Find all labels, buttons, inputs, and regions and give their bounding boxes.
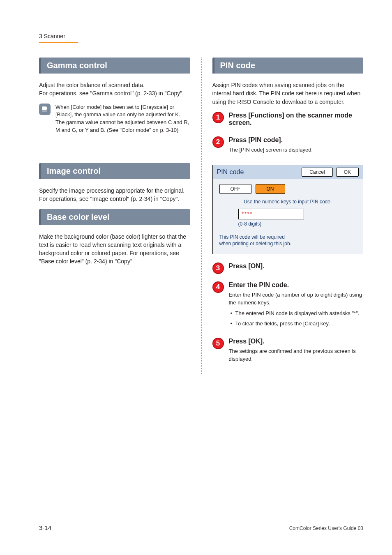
step-1-title: Press [Functions] on the scanner mode sc… (229, 112, 364, 127)
step-4-title: Enter the PIN code. (229, 281, 364, 289)
section-image-title: Image control (39, 163, 190, 179)
image-body: Specify the image processing appropriate… (39, 187, 190, 203)
step-5-desc: The settings are confirmed and the previ… (229, 348, 364, 363)
step-4-bullet-1: The entered PIN code is displayed with a… (231, 310, 364, 318)
shot-hint: Use the numeric keys to input PIN code. (219, 199, 357, 205)
step-1: 1 Press [Functions] on the scanner mode … (212, 112, 364, 129)
footer-text: ComColor Series User's Guide 03 (289, 525, 363, 531)
ok-button[interactable]: OK (336, 168, 359, 177)
off-toggle[interactable]: OFF (219, 184, 251, 194)
step-badge-5: 5 (212, 338, 224, 349)
step-badge-2: 2 (212, 136, 224, 148)
step-2-title: Press [PIN code]. (229, 136, 364, 144)
step-2: 2 Press [PIN code]. The [PIN code] scree… (212, 136, 364, 157)
page-number: 3-14 (39, 524, 51, 531)
step-badge-4: 4 (212, 281, 224, 293)
step-5-title: Press [OK]. (229, 338, 364, 345)
step-badge-1: 1 (212, 112, 224, 123)
on-toggle[interactable]: ON (256, 184, 285, 194)
section-pin-title: PIN code (212, 58, 364, 74)
section-gamma-title: Gamma control (39, 58, 190, 74)
step-5: 5 Press [OK]. The settings are confirmed… (212, 338, 364, 366)
shot-note-1: This PIN code will be required (219, 234, 357, 240)
step-4-bullet-2: To clear the fields, press the [Clear] k… (231, 320, 364, 328)
section-base-title: Base color level (39, 209, 190, 225)
pin-range: (0-8 digits) (238, 221, 357, 227)
gamma-body: Adjust the color balance of scanned data… (39, 81, 190, 98)
breadcrumb-underline (39, 42, 78, 43)
pin-input[interactable]: **** (238, 209, 304, 219)
cancel-button[interactable]: Cancel (302, 168, 332, 177)
pin-screenshot: PIN code Cancel OK OFF ON Use the numeri… (212, 165, 364, 254)
right-column: PIN code Assign PIN codes when saving sc… (201, 58, 364, 374)
step-2-desc: The [PIN code] screen is displayed. (229, 146, 364, 154)
left-column: Gamma control Adjust the color balance o… (39, 58, 190, 374)
pin-intro: Assign PIN codes when saving scanned job… (212, 81, 364, 106)
step-4: 4 Enter the PIN code. Enter the PIN code… (212, 281, 364, 330)
base-body: Make the background color (base color) l… (39, 233, 190, 266)
shot-note-2: when printing or deleting this job. (219, 241, 357, 246)
step-3-title: Press [ON]. (229, 263, 364, 270)
breadcrumb: 3 Scanner (39, 33, 363, 39)
note-icon (39, 104, 51, 115)
step-3: 3 Press [ON]. (212, 263, 364, 274)
step-badge-3: 3 (212, 263, 224, 274)
shot-title: PIN code (217, 168, 244, 176)
gamma-note: When [Color mode] has been set to [Grays… (55, 104, 190, 134)
step-4-desc: Enter the PIN code (a number of up to ei… (229, 291, 364, 307)
